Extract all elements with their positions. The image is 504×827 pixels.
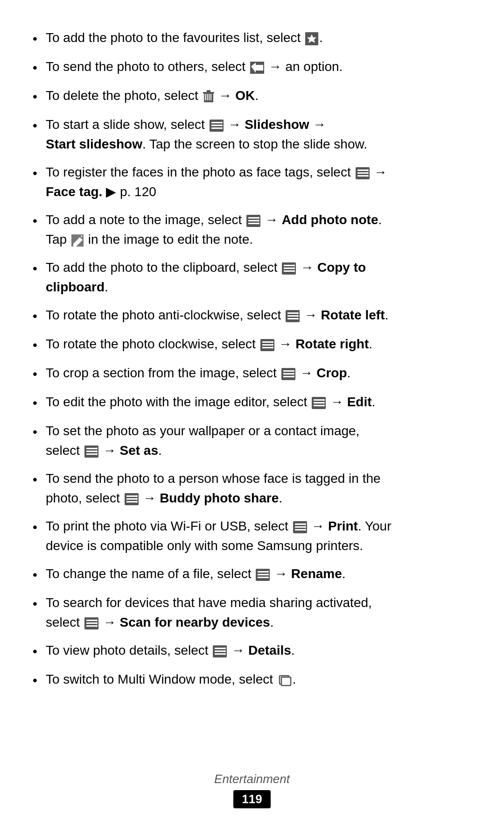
svg-point-18 (221, 121, 223, 123)
svg-point-33 (258, 219, 259, 221)
svg-point-114 (224, 653, 226, 655)
svg-rect-7 (205, 94, 206, 100)
svg-rect-116 (281, 677, 291, 686)
svg-point-34 (258, 222, 259, 224)
menu-icon-rotate-left (286, 310, 300, 322)
svg-point-50 (297, 315, 299, 317)
bullet-text-crop: To crop a section from the image, select… (46, 363, 471, 383)
bullet-dot: • (33, 211, 46, 231)
bullet-dot: • (33, 335, 46, 355)
svg-point-56 (272, 341, 273, 343)
svg-point-25 (367, 169, 369, 171)
svg-point-65 (293, 375, 294, 377)
svg-point-78 (96, 450, 98, 452)
svg-rect-102 (86, 620, 97, 621)
bullet-rotate-right: • To rotate the photo clockwise, select … (33, 334, 471, 355)
svg-rect-14 (211, 127, 222, 129)
svg-point-79 (96, 453, 98, 455)
svg-rect-30 (248, 220, 259, 221)
bullet-send: • To send the photo to others, select → … (33, 57, 471, 78)
menu-icon-edit (312, 397, 326, 409)
svg-point-27 (367, 175, 369, 177)
menu-icon-buddy (125, 493, 139, 505)
bullet-dot: • (33, 364, 46, 384)
svg-rect-60 (283, 370, 294, 372)
svg-rect-82 (126, 498, 137, 500)
menu-icon-print (293, 521, 307, 533)
svg-point-57 (272, 344, 273, 346)
bullet-dot: • (33, 116, 46, 135)
svg-rect-97 (258, 577, 268, 578)
bullet-dot: • (33, 565, 46, 585)
star-icon (305, 32, 318, 45)
svg-rect-46 (287, 312, 298, 314)
menu-icon-rotate-right (260, 339, 274, 351)
bullet-text-buddy: To send the photo to a person whose face… (46, 469, 471, 508)
svg-point-93 (304, 529, 306, 530)
svg-rect-75 (86, 451, 97, 452)
svg-rect-31 (248, 223, 259, 224)
svg-rect-53 (262, 341, 273, 343)
svg-point-20 (221, 127, 223, 129)
svg-point-42 (293, 264, 295, 266)
svg-rect-40 (284, 268, 294, 269)
bullet-dot: • (33, 517, 46, 537)
svg-point-107 (96, 625, 98, 627)
svg-point-58 (272, 346, 273, 348)
svg-point-113 (224, 650, 226, 652)
svg-rect-23 (357, 172, 368, 174)
bullet-text-edit: To edit the photo with the image editor,… (46, 392, 471, 412)
bullet-text-setas: To set the photo as your wallpaper or a … (46, 421, 471, 460)
bullet-text-clipboard: To add the photo to the clipboard, selec… (46, 258, 471, 297)
svg-rect-76 (86, 453, 97, 455)
bullet-dot: • (33, 470, 46, 489)
bullet-scan: • To search for devices that have media … (33, 593, 471, 632)
bullet-list: • To add the photo to the favourites lis… (33, 28, 471, 690)
bullet-text-rotate-right: To rotate the photo clockwise, select → … (46, 334, 471, 354)
svg-point-71 (323, 402, 325, 403)
bullet-text-facetag: To register the faces in the photo as fa… (46, 163, 471, 202)
page-content: • To add the photo to the favourites lis… (0, 0, 504, 763)
bullet-dot: • (33, 393, 46, 413)
svg-point-85 (136, 498, 138, 500)
svg-rect-74 (86, 448, 97, 449)
svg-rect-103 (86, 622, 97, 624)
svg-rect-39 (284, 265, 294, 266)
menu-icon-rename (256, 569, 270, 581)
bullet-dot: • (33, 594, 46, 614)
svg-rect-95 (258, 571, 268, 573)
bullet-text-multiwindow: To switch to Multi Window mode, select . (46, 670, 471, 689)
multiwindow-icon (278, 674, 292, 687)
svg-rect-61 (283, 373, 294, 375)
svg-rect-88 (295, 523, 305, 525)
bullet-text-rotate-left: To rotate the photo anti-clockwise, sele… (46, 305, 471, 325)
bullet-dot: • (33, 58, 46, 78)
svg-rect-8 (207, 94, 208, 100)
bullet-dot: • (33, 642, 46, 661)
svg-rect-10 (210, 94, 211, 100)
bullet-dot: • (33, 671, 46, 690)
trash-icon (203, 90, 214, 103)
svg-point-86 (136, 501, 138, 502)
svg-point-51 (297, 318, 299, 319)
bullet-text-photonote: To add a note to the image, select → Add… (46, 210, 471, 249)
bullet-setas: • To set the photo as your wallpaper or … (33, 421, 471, 460)
svg-rect-13 (211, 125, 222, 126)
svg-rect-69 (314, 405, 324, 406)
svg-point-77 (96, 447, 98, 449)
svg-rect-111 (215, 653, 225, 655)
svg-rect-83 (126, 501, 137, 502)
svg-point-106 (96, 622, 98, 624)
svg-point-43 (293, 267, 295, 269)
svg-rect-89 (295, 526, 305, 528)
svg-point-64 (293, 373, 294, 375)
svg-rect-29 (248, 217, 259, 219)
bullet-facetag: • To register the faces in the photo as … (33, 163, 471, 202)
bullet-delete: • To delete the photo, select → OK. (33, 86, 471, 106)
svg-point-105 (96, 619, 98, 621)
svg-rect-6 (207, 90, 210, 92)
svg-point-49 (297, 312, 299, 314)
svg-rect-54 (262, 344, 273, 346)
bullet-text-print: To print the photo via Wi-Fi or USB, sel… (46, 516, 471, 556)
svg-rect-110 (215, 650, 225, 652)
